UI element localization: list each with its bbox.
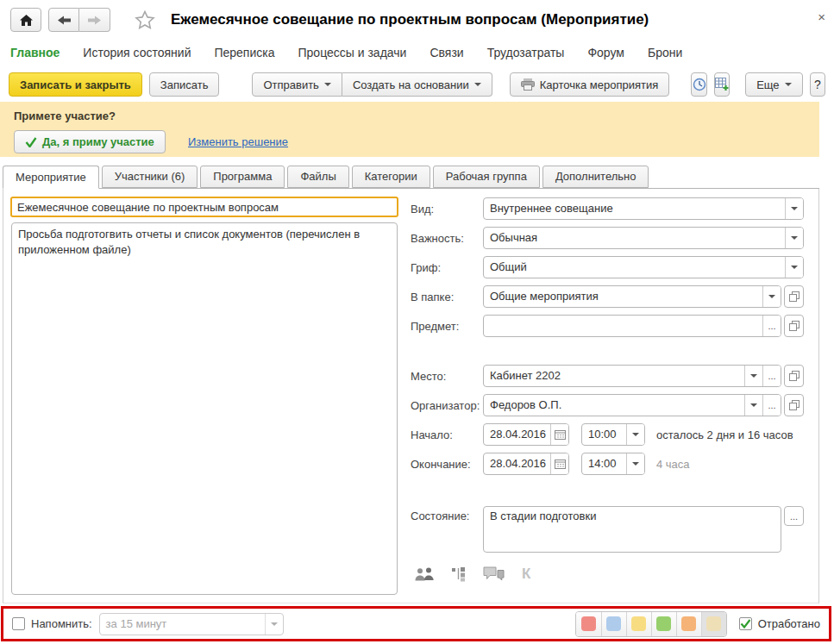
reminder-clock-button[interactable] (691, 72, 706, 97)
start-time-dropdown-button[interactable] (626, 424, 644, 445)
chevron-down-icon (474, 83, 481, 86)
place-dropdown-button[interactable] (744, 366, 762, 386)
menu-item-forum[interactable]: Форум (587, 46, 624, 59)
organizer-dropdown-button[interactable] (744, 395, 762, 416)
send-button[interactable]: Отправить (252, 72, 342, 97)
participants-icon[interactable] (415, 567, 435, 581)
swatch-blue-icon (606, 616, 621, 631)
color-swatch-blue[interactable] (601, 612, 626, 636)
place-combobox[interactable]: Кабинет 2202 ... (483, 365, 781, 387)
subject-ref-select-button[interactable]: ... (762, 316, 781, 336)
place-open-button[interactable] (784, 365, 804, 387)
state-select-button[interactable]: ... (784, 506, 804, 526)
calendar-icon (555, 459, 566, 469)
start-date-field[interactable]: 28.04.2016 (483, 423, 569, 446)
color-swatch-green[interactable] (651, 612, 676, 636)
table-plus-icon (715, 78, 729, 91)
folder-open-button[interactable] (784, 285, 804, 308)
tab-strip: Мероприятие Участники (6) Программа Файл… (3, 166, 819, 189)
tab-meropriyatie[interactable]: Мероприятие (3, 166, 99, 189)
kind-combobox[interactable]: Внутреннее совещание (483, 197, 804, 220)
subject-ref-open-button[interactable] (784, 315, 804, 337)
subject-input[interactable] (10, 197, 398, 217)
report-button[interactable] (714, 72, 730, 97)
green-check-icon (740, 619, 751, 628)
menu-item-glavnoe[interactable]: Главное (10, 46, 60, 59)
menu-item-broni[interactable]: Брони (648, 46, 682, 59)
end-date-field[interactable]: 28.04.2016 (483, 453, 569, 475)
hierarchy-icon[interactable] (452, 566, 466, 582)
organizer-open-button[interactable] (784, 394, 804, 416)
start-label: Начало: (411, 428, 483, 441)
end-label: Окончание: (411, 458, 483, 471)
menu-item-perepiska[interactable]: Переписка (214, 46, 274, 59)
menu-item-trudozatraty[interactable]: Трудозатраты (487, 46, 565, 59)
tab-fayly[interactable]: Файлы (287, 166, 348, 188)
tab-programma[interactable]: Программа (200, 166, 285, 188)
open-in-window-icon (789, 371, 800, 381)
chevron-down-icon (324, 83, 331, 86)
end-calendar-button[interactable] (550, 453, 568, 474)
tab-rabochaya-gruppa[interactable]: Рабочая группа (433, 166, 540, 188)
color-swatch-orange[interactable] (676, 612, 701, 636)
menu-item-svyazi[interactable]: Связи (430, 46, 463, 59)
tab-kategorii[interactable]: Категории (352, 166, 430, 188)
save-close-button[interactable]: Записать и закрыть (9, 72, 142, 97)
tab-dopolnitelno[interactable]: Дополнительно (542, 166, 649, 188)
chevron-down-icon (632, 462, 639, 466)
start-time-field[interactable]: 10:00 (581, 423, 645, 446)
event-card-button[interactable]: Карточка мероприятия (510, 72, 670, 97)
back-arrow-icon (58, 16, 71, 25)
tab-uchastniki[interactable]: Участники (6) (102, 166, 198, 188)
description-textarea[interactable]: Просьба подготогвить отчеты и список док… (11, 222, 398, 595)
folder-combobox[interactable]: Общие мероприятия (483, 285, 781, 308)
accept-participation-button[interactable]: Да, я приму участие (14, 130, 166, 153)
color-swatch-beige[interactable] (701, 612, 726, 636)
menu-item-istoriya[interactable]: История состояний (83, 46, 191, 59)
importance-dropdown-button[interactable] (785, 228, 803, 248)
back-button[interactable] (48, 8, 79, 32)
organizer-combobox[interactable]: Федоров О.П. ... (483, 394, 781, 416)
kind-dropdown-button[interactable] (785, 198, 803, 219)
importance-combobox[interactable]: Обычная (483, 227, 804, 249)
place-select-button[interactable]: ... (762, 366, 781, 386)
organizer-select-button[interactable]: ... (762, 395, 781, 416)
organizer-value: Федоров О.П. (484, 395, 744, 416)
remind-label: Напомнить: (31, 617, 92, 630)
subject-ref-field[interactable]: ... (483, 315, 781, 337)
state-textbox[interactable]: В стадии подготовки (483, 506, 781, 553)
color-swatch-yellow[interactable] (626, 612, 651, 636)
change-decision-link[interactable]: Изменить решение (188, 135, 288, 148)
save-button[interactable]: Записать (149, 72, 220, 97)
green-check-icon (25, 137, 37, 147)
swatch-red-icon (581, 616, 596, 631)
accept-participation-label: Да, я приму участие (42, 135, 154, 148)
start-calendar-button[interactable] (550, 424, 568, 445)
end-time-field[interactable]: 14:00 (581, 453, 645, 475)
forward-button[interactable] (79, 8, 110, 32)
field-row-folder: В папке: Общие мероприятия (411, 285, 804, 308)
more-button[interactable]: Еще (745, 72, 802, 97)
remind-interval-combobox[interactable]: за 15 минут (99, 613, 284, 635)
remind-checkbox[interactable] (12, 617, 25, 630)
field-row-place: Место: Кабинет 2202 ... (411, 365, 804, 387)
reminder-footer: Напомнить: за 15 минут Отработано (1, 606, 831, 641)
favorite-star-icon[interactable] (135, 10, 155, 29)
close-icon[interactable]: × (818, 10, 825, 23)
grif-dropdown-button[interactable] (785, 257, 803, 278)
remind-dropdown-button[interactable] (265, 614, 283, 635)
create-from-button[interactable]: Создать на основании (342, 72, 492, 97)
forum-chat-icon[interactable] (483, 566, 505, 582)
done-checkbox[interactable] (739, 617, 752, 630)
chevron-down-icon (750, 403, 757, 407)
participation-banner: Примете участие? Да, я приму участие Изм… (0, 102, 819, 157)
menu-item-processy[interactable]: Процессы и задачи (298, 46, 407, 59)
color-swatch-red[interactable] (576, 612, 601, 636)
start-time-value: 10:00 (582, 424, 626, 445)
grif-combobox[interactable]: Общий (483, 256, 804, 278)
field-row-importance: Важность: Обычная (411, 227, 804, 249)
folder-dropdown-button[interactable] (762, 286, 781, 307)
end-time-dropdown-button[interactable] (626, 453, 644, 474)
home-button[interactable] (10, 8, 41, 32)
help-button[interactable]: ? (810, 72, 825, 97)
